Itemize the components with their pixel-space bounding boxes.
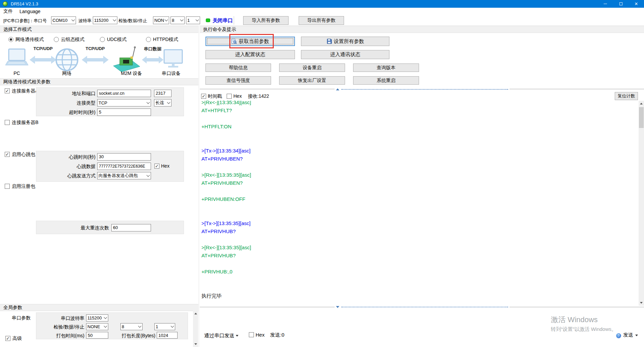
server-a-box: 地址和端口 socket.usr.cn 2317 连接类型 TCP 长连 超时时…	[36, 87, 184, 116]
recv-count: 接收:1422	[248, 93, 269, 99]
hb-hex-label: Hex	[161, 163, 169, 169]
settings-panel: 选择工作模式 网络透传模式 云组态模式 UDC模式 HTTPD模式	[0, 26, 198, 347]
serial-device-icon	[164, 50, 182, 68]
chevron-down-icon	[147, 100, 150, 104]
radio-httpd[interactable]	[146, 37, 151, 42]
timeout-input[interactable]: 5	[97, 109, 151, 116]
factory-reset-button[interactable]: 恢复出厂设置	[279, 76, 345, 85]
pack-len-label: 打包长度(Bytes)	[117, 333, 155, 339]
send-hex-checkbox[interactable]	[249, 332, 254, 337]
scrollbar-thumb[interactable]	[639, 107, 644, 128]
g-databits-select[interactable]: 8	[120, 323, 143, 330]
m2m-label: M2M 设备	[117, 71, 146, 77]
enter-config-button[interactable]: 进入配置状态	[205, 50, 295, 59]
toolbar-separator	[234, 16, 234, 25]
timestamp-checkbox[interactable]	[201, 94, 206, 99]
port-open-indicator	[206, 18, 210, 22]
baud-select[interactable]: 115200	[93, 16, 117, 24]
reset-count-button[interactable]: 复位计数	[615, 92, 638, 100]
import-params-button[interactable]: 导入所有参数	[243, 16, 289, 25]
scroll-up-icon[interactable]	[639, 101, 644, 106]
log-line: AT+PRIVHUB?	[201, 252, 639, 260]
g-parity-select[interactable]: NONE	[86, 323, 108, 330]
log-line: >[Rx<-][13:35:35][asc]	[201, 244, 639, 252]
radio-cloud-scada[interactable]	[54, 37, 59, 42]
register-checkbox[interactable]	[5, 184, 10, 189]
export-params-button[interactable]: 导出所有参数	[299, 16, 344, 25]
send-helper-icon[interactable]: ?	[616, 333, 621, 338]
splitter-dots	[341, 307, 508, 307]
heartbeat-label: 启用心跳包	[12, 151, 35, 157]
annotation-highlight	[229, 34, 274, 48]
chevron-down-icon	[180, 18, 184, 21]
pc-label: PC	[6, 71, 28, 76]
network-globe-icon	[56, 49, 78, 71]
log-line	[201, 211, 639, 219]
scroll-up-icon[interactable]	[193, 311, 198, 316]
log-line	[201, 187, 639, 195]
chevron-down-icon	[104, 324, 107, 328]
send-button[interactable]: 发送	[623, 332, 633, 338]
advanced-checkbox[interactable]	[5, 336, 10, 341]
databits-select[interactable]: 8	[171, 16, 185, 24]
reconnect-input[interactable]: 60	[111, 224, 151, 231]
app-window: DR514 V2.1.3 ✕ 文件 Language [PC串口参数]：串口号 …	[0, 0, 644, 347]
server-port-input[interactable]: 2317	[154, 90, 172, 97]
system-reboot-button[interactable]: 系统重启	[353, 76, 419, 85]
timestamp-label: 时间戳	[208, 93, 222, 99]
server-addr-input[interactable]: socket.usr.cn	[97, 90, 151, 97]
log-line: AT+HTPFLT?	[201, 106, 639, 115]
hb-time-input[interactable]: 30	[97, 153, 151, 161]
pack-time-input[interactable]: 50	[86, 332, 108, 339]
reconnect-label: 最大重连次数	[36, 225, 109, 231]
log-line	[201, 284, 639, 292]
hb-data-input[interactable]: 7777772E7573722E636E	[97, 163, 151, 170]
parity-select[interactable]: NONI	[153, 16, 169, 24]
collapse-up-handle[interactable]	[335, 88, 509, 91]
log-output[interactable]: >[Rx<-][13:35:34][asc]AT+HTPFLT? +HTPFLT…	[200, 101, 639, 306]
arrow-network-m2m	[82, 56, 109, 64]
query-version-button[interactable]: 查询版本	[353, 63, 419, 72]
pc-laptop-icon	[5, 49, 28, 65]
pack-len-input[interactable]: 1024	[157, 332, 178, 339]
server-b-label: 连接服务器B	[12, 120, 38, 125]
scroll-down-icon[interactable]	[193, 341, 198, 347]
radio-net-transparent[interactable]	[8, 37, 13, 42]
send-via-select[interactable]: 通过串口发送	[204, 333, 234, 338]
collapse-down-handle[interactable]	[335, 305, 509, 308]
chevron-down-icon[interactable]	[635, 335, 638, 336]
g-stopbits-select[interactable]: 1	[154, 323, 175, 330]
menu-language[interactable]: Language	[16, 9, 44, 14]
help-button[interactable]: 帮助信息	[205, 63, 271, 72]
close-button[interactable]: ✕	[629, 0, 644, 8]
server-a-checkbox[interactable]	[5, 88, 10, 93]
com-port-select[interactable]: COM10	[51, 16, 76, 24]
command-header: 执行命令及提示	[200, 26, 644, 33]
conn-type-select[interactable]: TCP	[97, 99, 151, 106]
maximize-button[interactable]	[613, 0, 629, 8]
keepalive-select[interactable]: 长连	[154, 99, 172, 106]
stopbits-select[interactable]: 1	[186, 16, 200, 24]
radio-cloud-scada-label: 云组态模式	[61, 37, 84, 42]
minimize-button[interactable]	[598, 0, 613, 8]
signal-strength-button[interactable]: 查信号强度	[205, 76, 271, 85]
server-b-checkbox[interactable]	[5, 120, 10, 125]
chevron-down-icon[interactable]	[236, 335, 238, 337]
hb-mode-select[interactable]: 向服务器发送心跳包	[97, 172, 151, 179]
device-reboot-button[interactable]: 设备重启	[279, 63, 345, 72]
close-port-button[interactable]: 关闭串口	[213, 17, 233, 24]
hb-hex-checkbox[interactable]	[154, 164, 159, 169]
radio-udc[interactable]	[100, 37, 105, 42]
g-baud-select[interactable]: 115200	[86, 314, 108, 321]
reconnect-box: 最大重连次数 60	[36, 221, 184, 234]
enter-comm-button[interactable]: 进入通讯状态	[301, 50, 389, 59]
set-params-button[interactable]: 设置所有参数	[301, 37, 389, 46]
scroll-down-icon[interactable]	[639, 300, 644, 306]
heartbeat-checkbox[interactable]	[5, 152, 10, 157]
maximize-icon	[619, 2, 622, 5]
menu-file[interactable]: 文件	[0, 8, 16, 14]
left-scrollbar[interactable]	[193, 311, 198, 347]
log-scrollbar[interactable]	[639, 101, 644, 306]
splitter-dots	[341, 89, 508, 90]
log-hex-checkbox[interactable]	[227, 94, 232, 99]
